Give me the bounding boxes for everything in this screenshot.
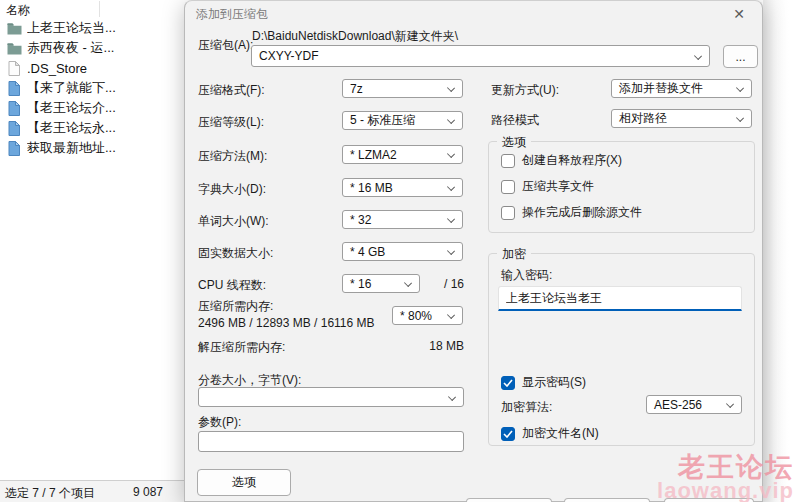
selection-status: 选定 7 / 7 个项目 [5,485,95,502]
method-label: 压缩方法(M): [198,148,267,165]
memory-percent-value: * 80% [400,309,432,323]
file-list: 上老王论坛当... 赤西夜夜 - 运... .DS_Store 【来了就能下..… [0,18,184,158]
word-size-value: * 32 [350,213,371,227]
list-item[interactable]: 赤西夜夜 - 运... [0,38,184,58]
list-item[interactable]: 获取最新地址... [0,138,184,158]
archive-name-combobox[interactable]: CXYY-YDF [251,45,710,67]
checkbox-delete-after[interactable]: 操作完成后删除源文件 [501,205,642,220]
chevron-down-icon [726,400,734,408]
cpu-threads-label: CPU 线程数: [198,277,266,294]
checkbox-box [501,427,515,441]
ok-button-partial[interactable] [466,498,552,502]
update-mode-combobox[interactable]: 添加并替换文件 [611,79,752,98]
folder-icon [6,40,22,56]
cancel-button-partial[interactable] [564,498,650,502]
status-bar: 选定 7 / 7 个项目 9 087 [0,480,184,502]
file-name: 赤西夜夜 - 运... [27,39,114,57]
file-name: 上老王论坛当... [27,19,116,37]
checkbox-box [501,154,515,168]
parameters-input[interactable] [198,431,464,452]
checkbox-label: 显示密码(S) [522,374,586,391]
volume-size-combobox[interactable] [198,387,464,407]
list-item[interactable]: 上老王论坛当... [0,18,184,38]
column-header[interactable]: 名称 [0,0,184,18]
checkbox-box [501,206,515,220]
chevron-down-icon [447,150,455,158]
chevron-down-icon [447,116,455,124]
checkbox-box [501,376,515,390]
checkbox-label: 操作完成后删除源文件 [522,204,642,221]
word-size-label: 单词大小(W): [198,213,269,230]
password-input[interactable] [498,286,742,311]
chevron-down-icon [447,311,455,319]
chevron-down-icon [694,52,702,60]
archive-label: 压缩包(A): [198,37,253,54]
list-item[interactable]: 【老王论坛永... [0,118,184,138]
folder-icon [6,20,22,36]
file-name: 【老王论坛永... [27,119,116,137]
check-icon [503,379,513,387]
dictionary-label: 字典大小(D): [198,181,266,198]
name-column-header[interactable]: 名称 [6,2,30,19]
file-name: 【老王论坛介... [27,99,116,117]
chevron-down-icon [447,215,455,223]
format-combobox[interactable]: 7z [342,79,463,98]
method-value: * LZMA2 [350,148,397,162]
file-name: 获取最新地址... [27,139,116,157]
level-combobox[interactable]: 5 - 标准压缩 [342,111,463,130]
list-item[interactable]: 【老王论坛介... [0,98,184,118]
options-button[interactable]: 选项 [197,469,291,496]
update-mode-value: 添加并替换文件 [619,80,703,97]
dictionary-combobox[interactable]: * 16 MB [342,178,463,197]
memory-compress-label: 压缩所需内存: [198,298,273,315]
update-mode-label: 更新方式(U): [491,82,559,99]
word-size-combobox[interactable]: * 32 [342,210,463,229]
checkbox-show-password[interactable]: 显示密码(S) [501,375,586,390]
checkbox-encrypt-names[interactable]: 加密文件名(N) [501,426,599,441]
chevron-down-icon [447,84,455,92]
dictionary-value: * 16 MB [350,181,393,195]
method-combobox[interactable]: * LZMA2 [342,145,463,164]
archive-path: D:\BaiduNetdiskDownload\新建文件夹\ [252,28,458,45]
file-name: 【来了就能下... [27,79,116,97]
format-label: 压缩格式(F): [198,82,265,99]
options-group-title: 选项 [497,134,531,151]
blue-doc-icon [6,120,22,136]
browse-button[interactable]: ... [723,45,758,68]
add-to-archive-dialog: 添加到压缩包 ✕ 压缩包(A): D:\BaiduNetdiskDownload… [184,0,763,502]
cpu-threads-max: / 16 [444,277,464,291]
checkbox-label: 压缩共享文件 [522,178,594,195]
checkbox-box [501,180,515,194]
encryption-group-title: 加密 [497,246,531,263]
memory-percent-combobox[interactable]: * 80% [392,306,463,325]
checkbox-label: 加密文件名(N) [522,425,599,442]
blue-doc-icon [6,140,22,156]
options-button-label: 选项 [232,474,256,491]
memory-compress-detail: 2496 MB / 12893 MB / 16116 MB [198,316,375,330]
chevron-down-icon [448,393,456,401]
chevron-down-icon [736,114,744,122]
file-name: .DS_Store [27,61,87,76]
solid-size-combobox[interactable]: * 4 GB [342,242,463,261]
close-icon[interactable]: ✕ [728,4,750,24]
password-label: 输入密码: [501,267,552,284]
path-mode-value: 相对路径 [619,110,667,127]
column-divider[interactable] [99,1,100,17]
size-status: 9 087 [133,485,163,499]
solid-size-value: * 4 GB [350,245,385,259]
cpu-threads-combobox[interactable]: * 16 [342,274,420,293]
list-item[interactable]: 【来了就能下... [0,78,184,98]
algorithm-combobox[interactable]: AES-256 [646,395,742,414]
chevron-down-icon [736,84,744,92]
chevron-down-icon [447,247,455,255]
list-item[interactable]: .DS_Store [0,58,184,78]
memory-decompress-value: 18 MB [414,339,464,353]
checkbox-create-sfx[interactable]: 创建自释放程序(X) [501,153,622,168]
cpu-threads-value: * 16 [350,277,371,291]
blue-doc-icon [6,80,22,96]
help-button-partial[interactable] [664,498,754,502]
check-icon [503,430,513,438]
checkbox-compress-shared[interactable]: 压缩共享文件 [501,179,594,194]
path-mode-combobox[interactable]: 相对路径 [611,109,752,128]
solid-size-label: 固实数据大小: [198,245,273,262]
